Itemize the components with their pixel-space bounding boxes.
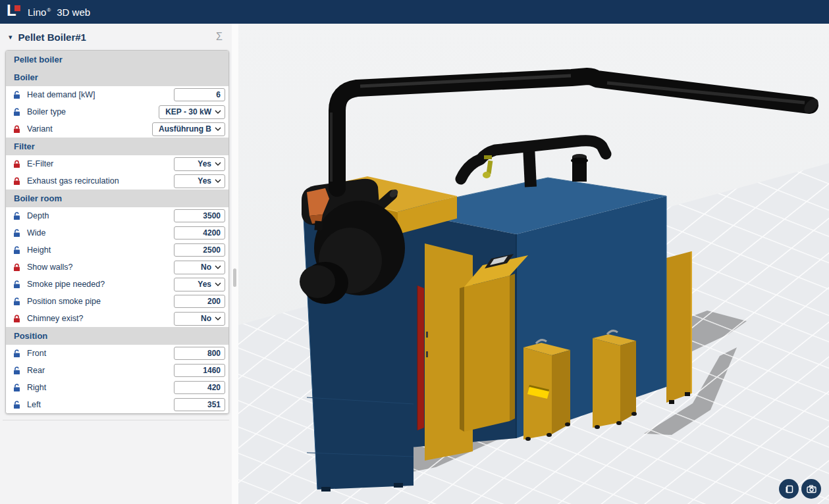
value-input[interactable] (174, 88, 225, 101)
lino-logo-icon: L (7, 4, 22, 20)
field-label: Right (27, 383, 174, 392)
field-row-front: Front (6, 345, 228, 362)
field-row-wide: Wide (6, 224, 228, 241)
value-input[interactable] (174, 381, 225, 394)
lock-icon (13, 315, 20, 323)
lock-icon (13, 384, 20, 392)
value-select[interactable]: Yes (174, 278, 225, 291)
value-input[interactable] (174, 209, 225, 222)
field-label: Boiler type (27, 107, 159, 116)
section-header-label: Position (14, 331, 47, 341)
lock-icon (13, 160, 20, 168)
field-row-depth: Depth (6, 207, 228, 224)
viewport-3d[interactable] (238, 24, 829, 504)
lock-icon (13, 125, 20, 134)
scene-3d (238, 24, 829, 504)
parameter-card: Pellet boiler Boiler Heat demand [kW] (5, 50, 229, 414)
field-row-exhaust-gas-recirculation: Exhaust gas recirculation Yes (6, 172, 228, 189)
panel-scrollbar[interactable] (232, 24, 238, 504)
value-input[interactable] (174, 226, 225, 239)
summary-sigma-button[interactable]: Σ (216, 31, 223, 43)
field-row-left: Left (6, 396, 228, 413)
field-label: Exhaust gas recirculation (27, 176, 174, 186)
value-select[interactable]: Ausführung B (152, 122, 225, 136)
config-panel: ▾ Pellet Boiler#1 Σ Pellet boiler Boiler… (0, 24, 232, 504)
value-input[interactable] (174, 243, 225, 257)
field-label: Variant (27, 124, 152, 134)
select-value: Yes (198, 176, 211, 186)
app-header: L Lino®3D web (0, 0, 829, 24)
section-header-position: Position (6, 327, 228, 345)
field-row-variant: Variant Ausführung B (6, 120, 228, 138)
lock-icon (13, 177, 20, 186)
value-select[interactable]: No (174, 312, 225, 326)
field-label: E-Filter (27, 159, 174, 168)
panel-title-row: ▾ Pellet Boiler#1 Σ (0, 24, 232, 50)
view-mode-button[interactable] (779, 479, 799, 499)
chevron-down-icon (215, 162, 221, 166)
chevron-down-icon (215, 265, 221, 269)
lock-icon (13, 349, 20, 358)
screenshot-button[interactable] (801, 479, 821, 499)
section-header-label: Boiler room (14, 193, 62, 203)
section-header-label: Filter (14, 141, 35, 151)
lock-icon (13, 246, 20, 255)
field-row-height: Height (6, 241, 228, 259)
value-select[interactable]: No (174, 261, 225, 274)
chevron-down-icon (215, 316, 221, 320)
section-header-boiler-room: Boiler room (6, 189, 228, 207)
lock-icon (13, 108, 20, 116)
field-label: Wide (27, 228, 174, 238)
field-label: Front (27, 349, 174, 358)
field-row-boiler-type: Boiler type KEP - 30 kW (6, 103, 228, 120)
select-value: Yes (198, 159, 211, 168)
field-row-smoke-pipe-needed: Smoke pipe needed? Yes (6, 276, 228, 293)
field-label: Heat demand [kW] (27, 90, 174, 99)
select-value: No (201, 263, 211, 272)
product-name: 3D web (57, 7, 90, 18)
field-label: Height (27, 245, 174, 255)
field-label: Rear (27, 366, 174, 375)
panel-divider (3, 420, 229, 420)
value-input[interactable] (174, 347, 225, 360)
field-label: Smoke pipe needed? (27, 280, 174, 289)
brand-name: Lino (28, 7, 46, 18)
value-input[interactable] (174, 295, 225, 308)
scrollbar-thumb[interactable] (233, 268, 236, 287)
select-value: No (201, 314, 211, 323)
chevron-down-icon (215, 282, 221, 286)
red-stripe (417, 286, 424, 430)
field-label: Depth (27, 211, 174, 220)
lock-icon (13, 401, 20, 409)
field-row-position-smoke-pipe: Position smoke pipe (6, 293, 228, 310)
logo-red-square (14, 5, 20, 11)
lock-icon (13, 366, 20, 375)
parameter-list: Pellet boiler Boiler Heat demand [kW] (6, 51, 228, 413)
section-header-label: Boiler (14, 72, 38, 82)
field-row-rear: Rear (6, 362, 228, 379)
value-input[interactable] (174, 364, 225, 377)
field-label: Position smoke pipe (27, 297, 174, 306)
lock-icon (13, 280, 20, 289)
app-window: L Lino®3D web ▾ Pellet Boiler#1 Σ Pellet… (0, 0, 829, 504)
field-row-right: Right (6, 379, 228, 396)
cabinet-front (523, 340, 570, 441)
field-label: Left (27, 400, 174, 409)
select-value: Ausführung B (159, 124, 211, 134)
field-row-show-walls: Show walls? No (6, 259, 228, 276)
value-select[interactable]: KEP - 30 kW (159, 105, 225, 119)
value-input[interactable] (174, 398, 225, 411)
section-header-boiler: Boiler (6, 68, 228, 86)
lock-icon (13, 212, 20, 220)
field-label: Show walls? (27, 263, 174, 272)
chevron-down-icon (215, 110, 221, 114)
collapse-arrow-icon[interactable]: ▾ (9, 33, 13, 41)
select-value: Yes (198, 280, 211, 289)
value-select[interactable]: Yes (174, 174, 225, 188)
value-select[interactable]: Yes (174, 157, 225, 171)
section-header-label: Pellet boiler (14, 55, 63, 64)
lock-icon (13, 297, 20, 306)
viewport-buttons (779, 479, 821, 499)
lock-icon (13, 91, 20, 99)
lock-icon (13, 263, 20, 272)
